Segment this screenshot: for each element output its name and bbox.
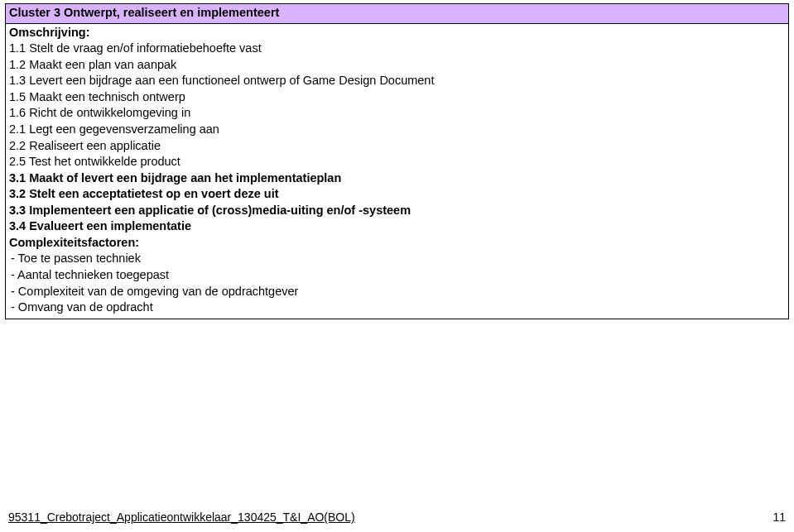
complex-line: - Toe te passen techniek [9, 251, 785, 267]
footer-doc-name: 95311_Crebotraject_Applicatieontwikkelaa… [8, 510, 355, 525]
cluster-title: Cluster 3 Ontwerpt, realiseert en implem… [9, 6, 279, 19]
complexiteit-label: Complexiteitsfactoren: [9, 235, 785, 252]
footer-page-number: 11 [772, 510, 786, 525]
item-line-bold: 3.3 Implementeert een applicatie of (cro… [9, 203, 785, 219]
content-box: Cluster 3 Ontwerpt, realiseert en implem… [5, 3, 789, 319]
item-line: 2.2 Realiseert een applicatie [9, 138, 785, 155]
item-line: 1.6 Richt de ontwikkelomgeving in [9, 105, 785, 122]
cluster-header: Cluster 3 Ontwerpt, realiseert en implem… [6, 4, 788, 24]
item-line: 2.5 Test het ontwikkelde product [9, 154, 785, 170]
item-line-bold: 3.4 Evalueert een implementatie [9, 218, 785, 235]
omschrijving-label: Omschrijving: [9, 25, 785, 41]
complex-line: - Complexiteit van de omgeving van de op… [9, 284, 785, 300]
item-line: 1.3 Levert een bijdrage aan een function… [9, 73, 785, 89]
item-line-bold: 3.1 Maakt of levert een bijdrage aan het… [9, 170, 785, 187]
complex-line: - Omvang van de opdracht [9, 300, 785, 316]
item-line: 1.1 Stelt de vraag en/of informatiebehoe… [9, 41, 785, 57]
content-body: Omschrijving: 1.1 Stelt de vraag en/of i… [6, 24, 788, 319]
item-line: 2.1 Legt een gegevensverzameling aan [9, 122, 785, 138]
item-line-bold: 3.2 Stelt een acceptatietest op en voert… [9, 186, 785, 203]
page-footer: 95311_Crebotraject_Applicatieontwikkelaa… [8, 505, 786, 525]
complex-line: - Aantal technieken toegepast [9, 267, 785, 284]
item-line: 1.5 Maakt een technisch ontwerp [9, 89, 785, 106]
item-line: 1.2 Maakt een plan van aanpak [9, 57, 785, 74]
